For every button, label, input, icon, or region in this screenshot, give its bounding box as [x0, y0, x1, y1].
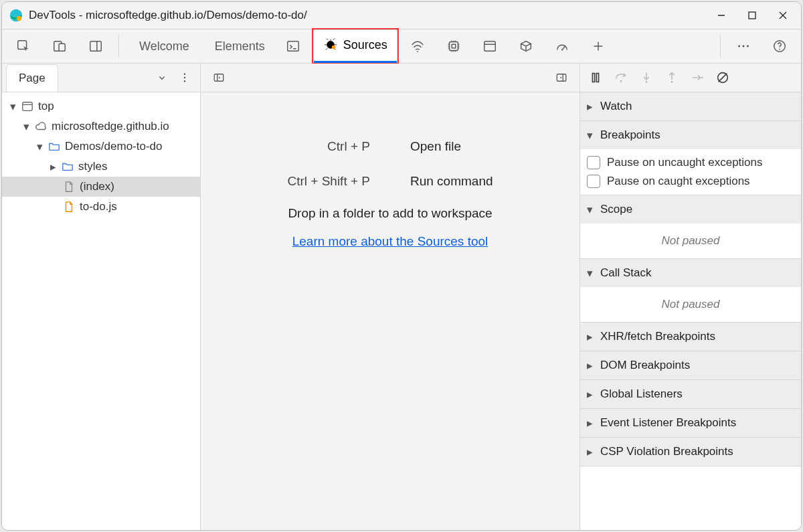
dock-side-button[interactable] — [78, 34, 113, 58]
tab-elements-label: Elements — [215, 39, 265, 54]
tab-welcome[interactable]: Welcome — [124, 31, 199, 64]
help-button[interactable] — [762, 34, 797, 58]
navigator-more-button[interactable] — [151, 66, 173, 89]
pause-uncaught-row[interactable]: Pause on uncaught exceptions — [587, 153, 794, 172]
svg-point-29 — [184, 80, 185, 82]
section-breakpoints: ▾Breakpoints Pause on uncaught exception… — [580, 121, 801, 195]
tab-performance[interactable] — [545, 34, 579, 58]
svg-point-26 — [779, 49, 780, 50]
section-scope-header[interactable]: ▾Scope — [580, 195, 801, 224]
step-over-button[interactable] — [610, 66, 632, 89]
panels-body: Page ▾ top ▾ microsoftedge.github.io — [2, 64, 801, 530]
show-debugger-button[interactable] — [550, 66, 573, 89]
svg-rect-11 — [288, 41, 299, 52]
step-out-button[interactable] — [660, 66, 683, 89]
tree-row-todo[interactable]: to-do.js — [2, 197, 200, 217]
inspect-button[interactable] — [6, 34, 41, 58]
tab-3d-view[interactable] — [509, 34, 543, 58]
tab-network[interactable] — [400, 34, 435, 58]
svg-point-19 — [561, 49, 563, 50]
section-label: Call Stack — [600, 266, 652, 280]
toolbar-separator — [720, 35, 721, 58]
svg-rect-9 — [90, 41, 102, 52]
section-global: ▸Global Listeners — [580, 380, 801, 409]
bug-icon — [323, 36, 338, 54]
chevron-right-icon: ▸ — [587, 359, 595, 373]
show-navigator-button[interactable] — [207, 66, 230, 89]
pause-button[interactable] — [584, 66, 607, 89]
add-tab-button[interactable] — [581, 34, 616, 58]
svg-point-27 — [184, 74, 185, 75]
svg-point-44 — [701, 77, 703, 79]
tab-elements[interactable]: Elements — [200, 31, 274, 64]
tab-memory[interactable] — [436, 34, 471, 58]
section-csp: ▸CSP Violation Breakpoints — [580, 438, 801, 466]
chevron-down-icon: ▾ — [35, 140, 43, 154]
hint-label-run: Run command — [410, 174, 493, 189]
hint-key-run: Ctrl + Shift + P — [287, 174, 370, 189]
section-breakpoints-header[interactable]: ▾Breakpoints — [580, 121, 801, 149]
section-dom-header[interactable]: ▸DOM Breakpoints — [580, 351, 801, 379]
checkbox-label: Pause on caught exceptions — [607, 175, 750, 188]
step-into-button[interactable] — [635, 66, 658, 89]
tree-label: Demos/demo-to-do — [65, 140, 163, 153]
section-label: XHR/fetch Breakpoints — [600, 330, 715, 343]
section-global-header[interactable]: ▸Global Listeners — [580, 380, 801, 408]
tree-row-folder[interactable]: ▾ Demos/demo-to-do — [2, 137, 200, 157]
tab-console[interactable] — [276, 34, 310, 58]
deactivate-breakpoints-button[interactable] — [711, 66, 734, 89]
folder-icon — [48, 140, 61, 153]
section-csp-header[interactable]: ▸CSP Violation Breakpoints — [580, 438, 801, 466]
section-callstack: ▾Call Stack Not paused — [580, 259, 801, 323]
tree-label: microsoftedge.github.io — [52, 120, 169, 133]
section-label: Global Listeners — [600, 387, 683, 401]
section-xhr-header[interactable]: ▸XHR/fetch Breakpoints — [580, 323, 801, 351]
drop-folder-text: Drop in a folder to add to workspace — [288, 206, 492, 221]
navigator-overflow-button[interactable] — [173, 66, 196, 89]
navigator-tabs: Page — [2, 64, 200, 92]
maximize-button[interactable] — [737, 2, 768, 29]
not-paused-text: Not paused — [587, 291, 794, 318]
tree-label: top — [38, 100, 54, 113]
section-label: DOM Breakpoints — [600, 359, 690, 372]
checkbox-icon[interactable] — [587, 175, 600, 188]
svg-point-24 — [747, 46, 749, 48]
devtools-window: DevTools - microsoftedge.github.io/Demos… — [1, 1, 802, 531]
svg-point-42 — [671, 81, 673, 83]
section-event: ▸Event Listener Breakpoints — [580, 409, 801, 438]
navigator-tab-page-label: Page — [19, 72, 46, 85]
checkbox-icon[interactable] — [587, 156, 600, 169]
pause-caught-row[interactable]: Pause on caught exceptions — [587, 172, 794, 191]
chevron-down-icon: ▾ — [587, 266, 595, 280]
section-xhr: ▸XHR/fetch Breakpoints — [580, 323, 801, 351]
chevron-right-icon: ▸ — [49, 160, 57, 174]
window-title: DevTools - microsoftedge.github.io/Demos… — [29, 9, 307, 22]
tree-row-top[interactable]: ▾ top — [2, 96, 200, 116]
section-watch-header[interactable]: ▸Watch — [580, 92, 801, 120]
tree-row-domain[interactable]: ▾ microsoftedge.github.io — [2, 116, 200, 137]
file-icon — [62, 180, 76, 193]
svg-rect-16 — [452, 44, 456, 48]
tab-application[interactable] — [472, 34, 507, 58]
navigator-tab-page[interactable]: Page — [6, 64, 58, 92]
section-callstack-header[interactable]: ▾Call Stack — [580, 259, 801, 287]
not-paused-text: Not paused — [587, 228, 794, 254]
svg-point-14 — [417, 51, 418, 52]
tree-row-styles[interactable]: ▸ styles — [2, 157, 200, 177]
svg-point-1 — [17, 16, 21, 21]
learn-more-link[interactable]: Learn more about the Sources tool — [292, 234, 488, 249]
more-tools-button[interactable] — [726, 34, 761, 58]
file-tree: ▾ top ▾ microsoftedge.github.io ▾ Demos/… — [2, 92, 200, 530]
tree-row-index[interactable]: (index) — [2, 177, 200, 197]
step-button[interactable] — [686, 66, 709, 89]
minimize-button[interactable] — [706, 2, 737, 29]
tab-sources[interactable]: Sources — [314, 30, 397, 63]
device-toggle-button[interactable] — [42, 34, 77, 58]
checkbox-label: Pause on uncaught exceptions — [607, 156, 763, 169]
section-event-header[interactable]: ▸Event Listener Breakpoints — [580, 409, 801, 437]
svg-rect-3 — [749, 12, 755, 19]
editor-panel: Ctrl + P Open file Ctrl + Shift + P Run … — [201, 64, 579, 530]
close-button[interactable] — [768, 2, 798, 29]
chevron-right-icon: ▸ — [587, 100, 595, 114]
svg-point-38 — [620, 80, 622, 82]
